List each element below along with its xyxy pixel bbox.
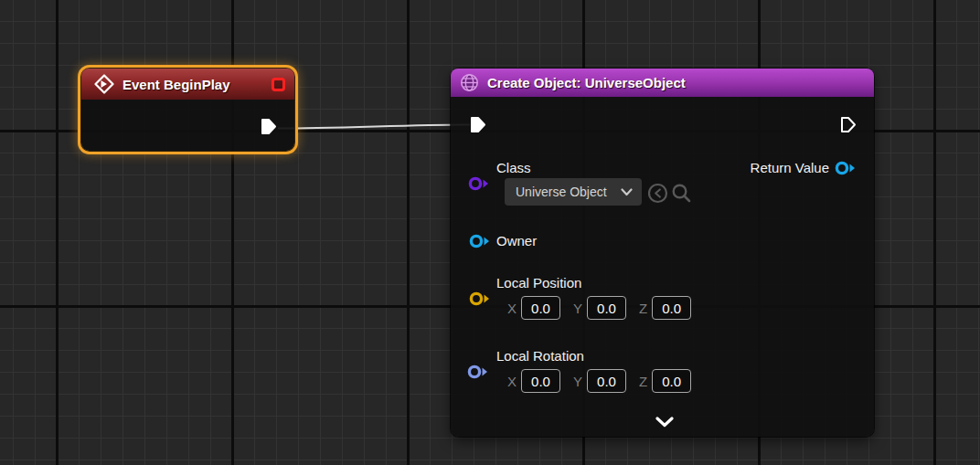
node-create-object[interactable]: Create Object: UniverseObject Class Univ… bbox=[451, 69, 874, 437]
local-rotation-x-input[interactable] bbox=[521, 369, 560, 393]
axis-label-z: Z bbox=[639, 374, 647, 389]
axis-label-z: Z bbox=[639, 301, 647, 316]
chevron-down-icon bbox=[621, 188, 633, 196]
red-square-icon bbox=[272, 78, 285, 91]
event-diamond-icon bbox=[94, 74, 114, 94]
owner-pin-label: Owner bbox=[496, 232, 537, 250]
local-rotation-z-input[interactable] bbox=[652, 369, 691, 393]
blueprint-graph-canvas[interactable]: Event BeginPlay Create Object: UniverseO… bbox=[0, 0, 980, 465]
exec-out-pin[interactable] bbox=[840, 116, 857, 133]
return-value-pin[interactable] bbox=[834, 159, 858, 177]
local-position-x-input[interactable] bbox=[521, 296, 560, 320]
event-node-header: Event BeginPlay bbox=[81, 69, 294, 100]
axis-label-y: Y bbox=[573, 374, 582, 389]
axis-label-x: X bbox=[507, 374, 517, 389]
create-node-title: Create Object: UniverseObject bbox=[487, 75, 686, 90]
owner-pin[interactable] bbox=[468, 232, 492, 250]
expand-node-chevron-down-icon[interactable] bbox=[655, 417, 675, 428]
local-position-y-input[interactable] bbox=[587, 296, 626, 320]
search-icon[interactable] bbox=[671, 183, 692, 204]
event-node-title: Event BeginPlay bbox=[122, 77, 230, 92]
globe-icon bbox=[460, 73, 479, 92]
node-event-beginplay[interactable]: Event BeginPlay bbox=[81, 69, 294, 151]
exec-in-pin[interactable] bbox=[470, 116, 486, 133]
local-rotation-pin-label: Local Rotation bbox=[496, 347, 584, 365]
local-rotation-xyz-row: X Y Z bbox=[507, 369, 691, 393]
class-pin-label: Class bbox=[496, 159, 531, 177]
local-rotation-y-input[interactable] bbox=[587, 369, 626, 393]
local-position-z-input[interactable] bbox=[652, 296, 691, 320]
revert-arrow-icon[interactable] bbox=[647, 183, 668, 204]
local-position-xyz-row: X Y Z bbox=[507, 296, 691, 320]
exec-out-pin[interactable] bbox=[261, 118, 277, 135]
class-select-value: Universe Object bbox=[516, 185, 621, 199]
create-node-header: Create Object: UniverseObject bbox=[451, 69, 874, 97]
return-value-pin-label: Return Value bbox=[751, 159, 829, 177]
local-position-pin[interactable] bbox=[468, 290, 492, 308]
class-pin[interactable] bbox=[467, 174, 491, 193]
axis-label-y: Y bbox=[573, 301, 582, 316]
local-rotation-pin[interactable] bbox=[466, 363, 490, 381]
class-select-dropdown[interactable]: Universe Object bbox=[505, 178, 642, 206]
axis-label-x: X bbox=[507, 301, 517, 316]
local-position-pin-label: Local Position bbox=[496, 274, 581, 292]
